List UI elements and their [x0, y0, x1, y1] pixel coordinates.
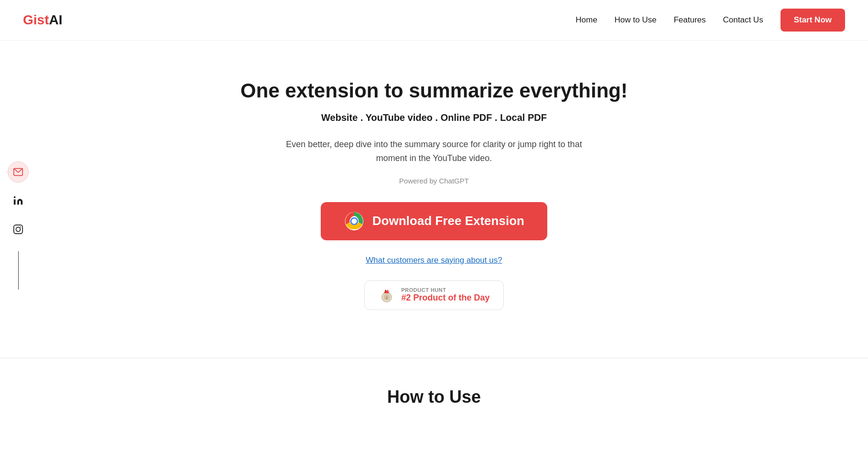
hero-title: One extension to summarize everything! — [240, 79, 628, 103]
instagram-icon — [13, 224, 23, 235]
svg-point-2 — [14, 196, 16, 198]
linkedin-social-button[interactable] — [8, 190, 29, 211]
product-hunt-badge[interactable]: 2 PRODUCT HUNT #2 Product of the Day — [364, 280, 503, 310]
svg-point-5 — [20, 226, 21, 227]
svg-rect-1 — [14, 199, 16, 204]
social-divider — [18, 251, 19, 290]
header: Gist AI Home How to Use Features Contact… — [0, 0, 868, 41]
svg-point-4 — [16, 227, 20, 231]
hero-section: One extension to summarize everything! W… — [219, 41, 649, 339]
badge-text: PRODUCT HUNT #2 Product of the Day — [401, 287, 489, 303]
email-icon — [13, 167, 23, 177]
medal-icon: 2 — [378, 287, 395, 304]
email-social-button[interactable] — [8, 161, 29, 183]
nav-how-to-use[interactable]: How to Use — [615, 15, 657, 25]
nav-contact-us[interactable]: Contact Us — [723, 15, 763, 25]
nav-features[interactable]: Features — [673, 15, 705, 25]
svg-point-8 — [352, 218, 357, 224]
svg-text:2: 2 — [386, 296, 388, 300]
download-button-label: Download Free Extension — [372, 214, 524, 228]
nav-home[interactable]: Home — [575, 15, 597, 25]
download-extension-button[interactable]: Download Free Extension — [321, 202, 547, 240]
chrome-icon — [344, 211, 365, 232]
main-content: One extension to summarize everything! W… — [0, 41, 868, 407]
product-hunt-label: PRODUCT HUNT — [401, 287, 446, 293]
logo-gist: Gist — [23, 12, 49, 28]
instagram-social-button[interactable] — [8, 219, 29, 240]
logo-ai: AI — [49, 12, 62, 28]
logo[interactable]: Gist AI — [23, 12, 62, 28]
linkedin-icon — [13, 195, 23, 206]
hero-powered-by: Powered by ChatGPT — [399, 177, 469, 185]
how-to-use-section: How to Use — [0, 358, 868, 407]
how-to-use-title: How to Use — [19, 387, 849, 407]
social-sidebar — [8, 161, 29, 290]
customers-link[interactable]: What customers are saying about us? — [366, 256, 502, 265]
hero-description: Even better, deep dive into the summary … — [271, 138, 597, 165]
hero-subtitle: Website . YouTube video . Online PDF . L… — [321, 112, 547, 123]
start-now-button[interactable]: Start Now — [781, 9, 845, 32]
main-nav: Home How to Use Features Contact Us Star… — [575, 9, 845, 32]
product-hunt-rank: #2 Product of the Day — [401, 293, 489, 303]
svg-rect-3 — [14, 225, 22, 234]
